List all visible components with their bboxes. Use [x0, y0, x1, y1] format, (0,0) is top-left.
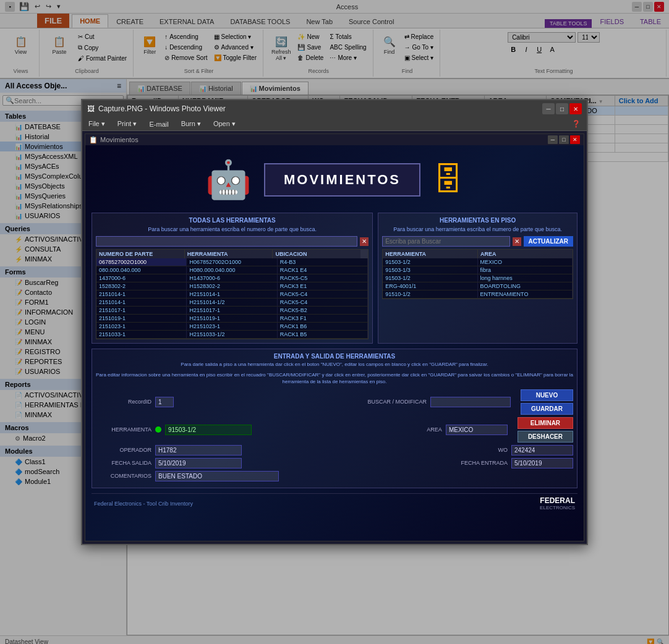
mv-input-comentarios[interactable] [155, 471, 279, 481]
pv-menu-burn[interactable]: Burn ▾ [175, 117, 207, 130]
mv-input-fecha-entrada[interactable] [511, 458, 573, 468]
photo-viewer-menu: File ▾ Print ▾ E-mail Burn ▾ Open ▾ ❓ [82, 117, 587, 131]
mv-td-ubicacion: RACK5-C4 [278, 299, 368, 306]
mv-todas-row[interactable]: 2151023-1 H2151023-1 RACK1 B6 [96, 323, 368, 331]
mv-footer: Federal Electronics - Tool Crib Inventor… [92, 493, 577, 513]
mv-guardar-btn[interactable]: GUARDAR [521, 403, 573, 415]
mv-td-herramienta: H2151017-1 [187, 307, 277, 314]
mv-todas-table-body[interactable]: 0678527002O1000 H0678527002O1000 R4-B3 0… [96, 258, 368, 339]
mv-td-herramienta: H2151014-1/2 [187, 299, 277, 306]
mv-label-wo: WO [452, 447, 508, 453]
mv-buscar-label: BUSCAR / MODIFICAR [367, 399, 427, 405]
mv-todas-title: TODAS LAS HERRAMIENTAS [96, 217, 369, 224]
mv-todas-row[interactable]: 2151014-1 H2151014-1/2 RACK5-C4 [96, 299, 368, 307]
mv-piso-row[interactable]: 91510-1/2 ENTRENAMIENTO [383, 290, 573, 299]
mv-todas-clear-btn[interactable]: ✕ [360, 237, 369, 246]
mv-input-herramienta[interactable] [165, 425, 252, 435]
mv-wo-row: WO [452, 445, 573, 455]
mv-form-window: 📋 Movimientos ─ □ ✕ 🤖 MOVIMIENTOS [85, 133, 584, 541]
mv-todas-search-row: ✕ [96, 236, 369, 247]
mv-td-parte: 080.000.040.000 [96, 266, 187, 274]
mv-input-operador[interactable] [155, 445, 242, 455]
mv-todas-row[interactable]: 2151017-1 H2151017-1 RACK5-B2 [96, 307, 368, 315]
mv-th-herramienta: HERRAMIENTA [185, 250, 273, 258]
mv-maximize[interactable]: □ [559, 135, 569, 144]
mv-todas-row[interactable]: 2151033-1 H2151033-1/2 RACK1 B5 [96, 331, 368, 339]
mv-th-parte: NUMERO DE PARTE [96, 250, 185, 258]
mv-todas-row[interactable]: 1437000-6 H1437000-6 RACK5-C5 [96, 274, 368, 282]
mv-scroll-spacer [360, 250, 368, 258]
mv-td-parte: 2151014-1 [96, 290, 187, 298]
mv-piso-row[interactable]: 91503-1/2 MEXICO [383, 258, 573, 266]
photo-viewer-titlebar-right: ─ □ ✕ [542, 103, 582, 114]
mv-nuevo-btn[interactable]: NUEVO [521, 389, 573, 401]
mv-input-fecha-salida[interactable] [155, 458, 242, 468]
mv-deshacer-btn[interactable]: DESHACER [518, 431, 573, 443]
mv-title-box: MOVIMIENTOS [264, 163, 420, 197]
mv-eliminar-btn[interactable]: ELIMINAR [518, 417, 573, 429]
mv-piso-clear-btn[interactable]: ✕ [513, 237, 521, 246]
mv-minimize[interactable]: ─ [548, 135, 558, 144]
mv-federal-sub: ELECTRONICS [540, 505, 575, 511]
mv-titlebar-right: ─ □ ✕ [548, 135, 580, 144]
mv-todas-row[interactable]: 2151014-1 H2151014-1 RACK5-C4 [96, 290, 368, 299]
mv-td-herramienta: H080.000.040.000 [187, 266, 277, 274]
pv-menu-open[interactable]: Open ▾ [207, 117, 242, 130]
mv-td-herramienta: H2151019-1 [187, 315, 277, 322]
mv-th-piso-area: AREA [478, 250, 573, 258]
mv-piso-table-body[interactable]: 91503-1/2 MEXICO 91503-1/3 fibra 91503-1… [383, 258, 573, 299]
mv-td-parte: 2151033-1 [96, 331, 187, 338]
mv-row-recordid: RecordID BUSCAR / MODIFICAR NUEVO GUARDA… [96, 389, 573, 415]
mv-piso-table: HERRAMIENTA AREA 91503-1/2 MEXICO 91503-… [382, 249, 573, 299]
mv-todas-row[interactable]: 2151019-1 H2151019-1 RACK3 F1 [96, 315, 368, 323]
mv-piso-row[interactable]: 91503-1/3 fibra [383, 266, 573, 274]
mv-piso-row[interactable]: 91503-1/2 long harnnes [383, 274, 573, 282]
mv-entry-subtitle2: Para editar informacion sobre una herram… [96, 371, 573, 385]
photo-viewer-maximize[interactable]: □ [556, 103, 568, 114]
mv-td-parte: 2151014-1 [96, 299, 187, 306]
mv-row-herramienta: HERRAMIENTA AREA ELIMINAR [96, 417, 573, 443]
mv-todas-row[interactable]: 0678527002O1000 H0678527002O1000 R4-B3 [96, 258, 368, 266]
mv-buscar-input[interactable] [430, 397, 511, 407]
mv-form-main: RecordID BUSCAR / MODIFICAR NUEVO GUARDA… [96, 389, 573, 484]
mv-two-cols: TODAS LAS HERRAMIENTAS Para buscar una h… [92, 213, 577, 344]
photo-viewer-minimize[interactable]: ─ [542, 103, 555, 114]
mv-td-piso-area: BOARDTOLING [478, 282, 573, 290]
pv-menu-help[interactable]: ❓ [566, 117, 587, 130]
mv-todas-subtitle: Para buscar una herramienta escriba el n… [96, 226, 369, 232]
mv-th-piso-herramienta: HERRAMIENTA [383, 250, 478, 258]
mv-input-area[interactable] [446, 425, 508, 435]
mv-td-parte: 2151017-1 [96, 307, 187, 314]
mv-td-piso-area: ENTRENAMIENTO [478, 290, 573, 298]
mv-buscar-row: BUSCAR / MODIFICAR [367, 397, 511, 407]
mv-todas-row[interactable]: 080.000.040.000 H080.000.040.000 RACK1 E… [96, 266, 368, 274]
photo-viewer-titlebar-left: 🖼 Capture.PNG - Windows Photo Viewer [87, 104, 226, 113]
mv-label-comentarios: COMENTARIOS [96, 473, 151, 479]
pv-menu-email[interactable]: E-mail [143, 117, 174, 130]
pv-menu-file[interactable]: File ▾ [82, 117, 111, 130]
mv-input-wo[interactable] [511, 445, 573, 455]
mv-todas-search-input[interactable] [96, 236, 357, 247]
mv-td-ubicacion: RACK5-B2 [278, 307, 368, 314]
mv-row-comentarios: COMENTARIOS [96, 471, 573, 481]
mv-piso-row[interactable]: ERG-4001/1 BOARDTOLING [383, 282, 573, 290]
mv-td-herramienta: H2151023-1 [187, 323, 277, 330]
photo-viewer-close[interactable]: ✕ [569, 103, 582, 114]
modal-overlay: 🖼 Capture.PNG - Windows Photo Viewer ─ □… [0, 0, 669, 644]
mv-td-herramienta: H2151014-1 [187, 290, 277, 298]
mv-piso-search-input[interactable] [382, 236, 509, 247]
mv-td-ubicacion: R4-B3 [278, 258, 368, 266]
mv-close[interactable]: ✕ [570, 135, 580, 144]
mv-content: 🤖 MOVIMIENTOS 🗄 TODAS LAS HERRAMIENTAS P… [85, 145, 584, 541]
pv-menu-print[interactable]: Print ▾ [111, 117, 143, 130]
photo-viewer-icon: 🖼 [87, 104, 95, 113]
mv-input-recordid[interactable] [155, 397, 174, 407]
mv-td-herramienta: H1528302-2 [187, 282, 277, 290]
photo-viewer-title: Capture.PNG - Windows Photo Viewer [98, 104, 226, 113]
mv-footer-left: Federal Electronics - Tool Crib Inventor… [94, 499, 540, 507]
mv-actualizar-btn[interactable]: ACTUALIZAR [524, 236, 573, 247]
mv-entry-title: ENTRADA Y SALIDA DE HERRAMIENTAS [96, 353, 573, 360]
mv-todas-row[interactable]: 1528302-2 H1528302-2 RACK3 E1 [96, 282, 368, 290]
mv-federal-logo: FEDERAL ELECTRONICS [540, 496, 575, 511]
mv-header: 🤖 MOVIMIENTOS 🗄 [92, 151, 577, 208]
